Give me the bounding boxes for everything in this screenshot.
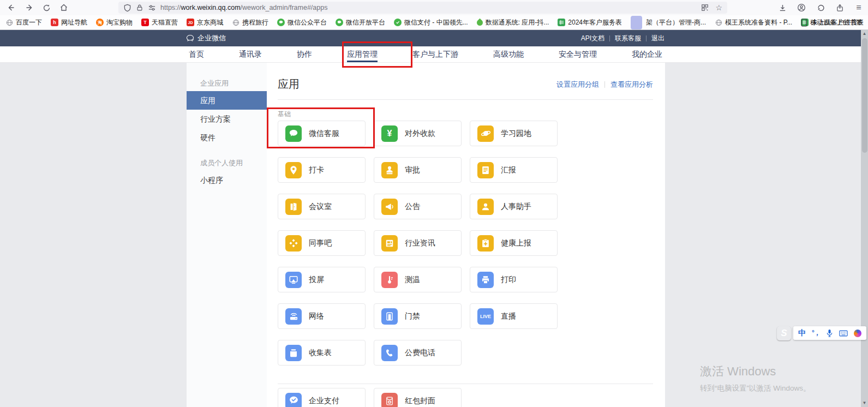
bookmark-label: 网址导航 [61,18,87,27]
bookmark-star-icon[interactable]: ☆ [715,3,722,12]
downloads-icon[interactable] [777,3,787,13]
ime-mode-toggle[interactable]: 中 [798,328,806,338]
app-card[interactable]: ¥对外收款 [374,121,462,146]
bookmark-item[interactable]: T天猫直营 [141,18,178,27]
app-card[interactable]: 健康上报 [470,230,558,256]
sidebar: 企业应用应用行业方案硬件成员个人使用小程序 [187,63,267,407]
app-card[interactable]: 微信客服 [278,121,366,146]
url-text[interactable]: https://work.weixin.qq.com/wework_admin/… [160,4,327,11]
ime-skin-icon[interactable] [854,330,861,337]
app-card[interactable]: 公告 [374,194,462,219]
home-icon[interactable] [59,3,69,13]
scroll-up-icon[interactable]: ▲ [861,30,868,38]
nav-tab[interactable]: 客户与上下游 [409,46,462,62]
permissions-icon[interactable] [148,4,156,12]
nav-tab[interactable]: 我的企业 [628,46,666,62]
back-icon[interactable] [7,3,16,13]
sogou-logo-icon[interactable]: S [777,326,791,340]
history-restore-icon[interactable] [816,3,825,13]
wework-logo-icon [185,34,195,43]
section-label-base: 基础 [278,110,665,117]
app-card[interactable]: 行业资讯 [374,230,462,256]
set-app-groups-link[interactable]: 设置应用分组 [556,80,599,89]
app-card[interactable]: 汇报 [470,157,558,183]
bookmark-item[interactable]: 微信支付 - 中国领先... [394,18,468,27]
nav-tab[interactable]: 应用管理 [344,46,381,62]
app-card[interactable]: 公费电话 [374,340,462,366]
app-card[interactable]: 审批 [374,157,462,183]
wifi-router-icon [285,308,302,325]
bookmark-item[interactable]: 模王系统准备资料 - P... [715,18,792,27]
wework-brand[interactable]: 企业微信 [185,30,226,46]
app-card[interactable]: 人事助手 [470,194,558,219]
divider [278,384,653,384]
cast-icon [285,272,302,288]
nav-tab[interactable]: 通讯录 [236,46,265,62]
app-name: 打卡 [309,165,324,175]
qr-code-icon[interactable] [701,4,709,11]
nav-tab[interactable]: 安全与管理 [555,46,600,62]
scroll-down-icon[interactable]: ▼ [861,399,868,407]
page-scrollbar[interactable]: ▲ ▼ [861,30,868,407]
header-link[interactable]: API文档 [581,34,604,43]
bookmark-item[interactable]: 微信公众平台 [277,18,327,27]
sidebar-item[interactable]: 硬件 [187,128,267,147]
scroll-thumb[interactable] [862,38,867,153]
app-card[interactable]: 会议室 [278,194,366,219]
app-card[interactable]: LIVE直播 [470,303,558,329]
app-card[interactable]: 红包封面 [374,388,462,407]
mobile-bookmarks-folder[interactable]: 移动设备上的书签 [801,18,863,27]
site-nav: 首页通讯录协作应用管理客户与上下游高级功能安全与管理我的企业 [0,46,861,63]
bookmark-item[interactable]: JD京东商城 [187,18,223,27]
app-card[interactable]: 网络 [278,303,366,329]
app-name: 健康上报 [501,238,531,248]
app-card[interactable]: 打印 [470,267,558,292]
reload-icon[interactable] [41,3,51,13]
clipboard-plus-icon [477,235,494,252]
app-card[interactable]: 门禁 [374,303,462,329]
shield-icon[interactable] [123,4,131,12]
view-app-analytics-link[interactable]: 查看应用分析 [610,80,653,89]
lock-icon[interactable] [136,4,143,11]
forward-icon[interactable] [24,3,34,13]
bookmark-item[interactable]: 百度一下 [5,18,42,27]
bookmark-item[interactable]: 数据通系统: 应用-抖... [477,18,549,27]
nav-tab[interactable]: 协作 [294,46,315,62]
thermometer-icon [381,272,398,288]
bookmark-item[interactable]: h网址导航 [51,18,87,27]
bookmark-item[interactable]: 架（平台）管理-商... [631,16,706,29]
app-card[interactable]: 企业支付 [278,388,366,407]
wechat-favicon-icon [336,19,343,26]
account-icon[interactable] [797,3,806,13]
app-card[interactable]: 测温 [374,267,462,292]
bookmark-item[interactable]: 淘淘宝购物 [96,18,133,27]
bookmark-item[interactable]: 微信开放平台 [336,18,385,27]
address-bar[interactable]: https://work.weixin.qq.com/wework_admin/… [118,2,727,14]
app-card[interactable]: 打卡 [278,157,366,183]
header-link[interactable]: 退出 [651,34,665,43]
header-link[interactable]: 联系客服 [615,34,641,43]
sidebar-item[interactable]: 应用 [187,91,267,110]
nav-tab[interactable]: 首页 [185,46,207,62]
nav-tab[interactable]: 高级功能 [490,46,527,62]
app-card[interactable]: 投屏 [278,267,366,292]
menu-icon[interactable]: ≡ [854,3,864,13]
spacer [187,147,267,155]
share-icon[interactable] [835,3,845,13]
app-name: 对外收款 [405,129,435,139]
ime-punctuation-toggle[interactable]: °， [812,328,820,338]
sidebar-item[interactable]: 小程序 [187,171,267,189]
wechat-favicon-icon [277,19,285,26]
pay-check-icon [285,393,302,407]
bookmark-item[interactable]: 2024年客户服务表 [558,18,622,27]
bookmark-item[interactable]: 携程旅行 [232,18,268,27]
keyboard-icon[interactable] [839,330,848,337]
bookmark-label: 模王系统准备资料 - P... [725,18,792,27]
app-card[interactable]: 学习园地 [470,121,558,146]
sidebar-item[interactable]: 行业方案 [187,110,267,128]
app-card[interactable]: 同事吧 [278,230,366,256]
microphone-icon[interactable] [826,329,833,337]
bookmarks-overflow-icon[interactable]: » [765,18,770,27]
app-card[interactable]: 收集表 [278,340,366,366]
doc-icon [477,162,494,178]
